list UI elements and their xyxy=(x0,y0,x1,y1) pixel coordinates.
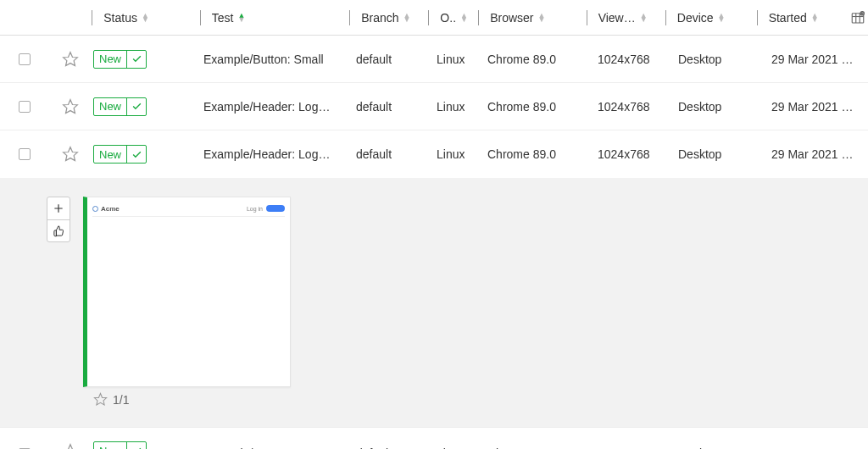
col-header-browser[interactable]: Browser ▲▼ xyxy=(478,10,545,25)
svg-marker-11 xyxy=(94,393,106,404)
preview-brand: Acme xyxy=(92,205,120,213)
preview-side-controls xyxy=(47,197,70,242)
sort-icon: ▲▼ xyxy=(403,14,411,22)
col-label: Test xyxy=(212,11,234,25)
col-label: O.. xyxy=(440,11,456,25)
sort-icon: ▲▼ xyxy=(538,14,546,22)
thumbs-up-icon xyxy=(53,224,65,237)
sort-icon: ▲▼ xyxy=(237,14,245,22)
row-checkbox[interactable] xyxy=(19,148,31,160)
col-header-device[interactable]: Device ▲▼ xyxy=(665,10,726,25)
star-icon[interactable] xyxy=(93,392,108,407)
col-header-started[interactable]: Started ▲▼ xyxy=(757,10,819,25)
viewport: 1024x768 xyxy=(598,53,650,66)
check-icon xyxy=(127,53,146,64)
col-header-status[interactable]: Status ▲▼ xyxy=(92,10,149,25)
sort-icon: ▲▼ xyxy=(640,14,648,22)
preview-footer: 1/1 xyxy=(83,387,291,412)
started: 29 Mar 2021 … xyxy=(771,100,854,114)
col-header-test[interactable]: Test ▲▼ xyxy=(200,10,246,25)
status-badge[interactable]: New xyxy=(93,97,147,116)
col-label: Device xyxy=(677,11,714,25)
browser: Chrome 89.0 xyxy=(487,100,556,114)
row-checkbox[interactable] xyxy=(19,101,31,113)
col-label: Branch xyxy=(361,11,398,25)
table-header: Status ▲▼ Test ▲▼ Branch ▲▼ O.. ▲▼ xyxy=(0,0,868,36)
preview-signup-pill xyxy=(266,205,285,212)
check-icon xyxy=(127,446,146,450)
svg-marker-12 xyxy=(63,445,77,449)
os: Linux xyxy=(437,100,465,114)
status-badge[interactable]: New xyxy=(93,145,147,164)
preview-counter: 1/1 xyxy=(113,393,129,407)
col-label: Started xyxy=(769,11,807,25)
star-icon[interactable] xyxy=(62,146,79,163)
branch: default xyxy=(356,53,392,66)
sort-icon: ▲▼ xyxy=(811,14,819,22)
branch: default xyxy=(356,147,392,161)
table-row[interactable]: New Example/Header: Log… default Linux C… xyxy=(0,130,868,178)
device: Desktop xyxy=(678,100,721,114)
test-name: Example/Header: Log… xyxy=(203,147,330,161)
preview-login-text: Log in xyxy=(247,206,263,212)
table-gear-icon xyxy=(850,10,865,25)
viewport: 1024x768 xyxy=(598,100,650,114)
col-label: Browser xyxy=(490,11,533,25)
sort-icon: ▲▼ xyxy=(460,14,468,22)
preview-thumbnail[interactable]: Acme Log in xyxy=(83,197,291,387)
browser: Chrome 89.0 xyxy=(487,147,556,161)
results-table: Status ▲▼ Test ▲▼ Branch ▲▼ O.. ▲▼ xyxy=(0,0,868,449)
col-header-branch[interactable]: Branch ▲▼ xyxy=(349,10,410,25)
test-name: Example/Button: Small xyxy=(203,53,324,66)
row-checkbox[interactable] xyxy=(19,53,31,65)
branch: default xyxy=(356,100,392,114)
status-badge[interactable]: New xyxy=(93,50,147,69)
svg-marker-7 xyxy=(63,99,77,113)
device: Desktop xyxy=(678,147,721,161)
check-icon xyxy=(127,101,146,112)
svg-marker-6 xyxy=(63,52,77,65)
viewport: 1024x768 xyxy=(598,147,650,161)
sort-icon: ▲▼ xyxy=(142,14,149,22)
star-icon[interactable] xyxy=(62,98,79,115)
started: 29 Mar 2021 … xyxy=(771,53,854,66)
col-label: Status xyxy=(103,11,137,25)
test-name: Example/Header: Log… xyxy=(203,100,330,114)
table-row[interactable]: New Example/Button: Small default Linux … xyxy=(0,36,868,83)
zoom-in-button[interactable] xyxy=(47,197,70,219)
thumbs-up-button[interactable] xyxy=(47,219,70,241)
device: Desktop xyxy=(678,53,721,66)
table-settings-button[interactable] xyxy=(848,10,868,25)
check-icon xyxy=(127,149,146,160)
expanded-preview: Acme Log in 1/1 xyxy=(0,178,868,428)
preview-thumbnail-wrap: Acme Log in 1/1 xyxy=(83,197,291,412)
status-badge[interactable]: New xyxy=(93,441,147,449)
table-row[interactable]: New Example/Header: Log… default Linux C… xyxy=(0,83,868,130)
star-icon[interactable] xyxy=(62,51,79,68)
svg-marker-8 xyxy=(63,147,77,161)
sort-icon: ▲▼ xyxy=(718,14,726,22)
table-row[interactable]: New Example/Page: Logge… default Linux C… xyxy=(0,428,868,449)
browser: Chrome 89.0 xyxy=(487,53,556,66)
started: 29 Mar 2021 … xyxy=(771,147,854,161)
star-icon[interactable] xyxy=(62,443,79,449)
os: Linux xyxy=(437,53,465,66)
plus-icon xyxy=(53,202,64,214)
col-header-viewport[interactable]: View… ▲▼ xyxy=(587,10,648,25)
col-header-os[interactable]: O.. ▲▼ xyxy=(428,10,468,25)
os: Linux xyxy=(437,147,465,161)
col-label: View… xyxy=(598,11,636,25)
